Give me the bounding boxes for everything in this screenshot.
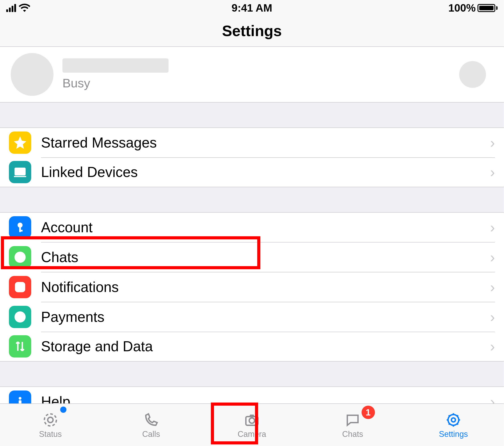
- svg-point-5: [15, 252, 25, 262]
- qr-icon[interactable]: [459, 61, 486, 88]
- tab-chats[interactable]: 1 Chats: [302, 404, 403, 446]
- svg-point-12: [44, 414, 56, 426]
- chevron-right-icon: ›: [490, 249, 495, 266]
- page-title: Settings: [0, 22, 504, 40]
- tab-calls[interactable]: Calls: [101, 404, 201, 446]
- chevron-right-icon: ›: [490, 134, 495, 151]
- key-icon: [9, 216, 31, 238]
- battery-icon: [477, 4, 498, 12]
- svg-point-10: [19, 397, 21, 399]
- tab-camera[interactable]: Camera: [201, 404, 302, 446]
- svg-text:₹: ₹: [18, 313, 22, 320]
- status-dot-icon: [60, 407, 66, 413]
- row-starred-messages[interactable]: Starred Messages›: [0, 127, 504, 157]
- laptop-icon: [9, 161, 31, 183]
- battery-pct: 100%: [448, 1, 476, 14]
- clock: 9:41 AM: [170, 1, 334, 14]
- arrows-icon: [9, 335, 31, 357]
- row-chats[interactable]: Chats›: [0, 242, 504, 272]
- chats-badge: 1: [361, 406, 375, 419]
- notification-icon: [9, 276, 31, 298]
- svg-point-7: [21, 282, 24, 286]
- profile-name-redacted: [62, 58, 168, 73]
- svg-rect-0: [15, 168, 25, 175]
- whatsapp-icon: [9, 246, 31, 268]
- chevron-right-icon: ›: [490, 219, 495, 236]
- profile-row[interactable]: Busy: [0, 47, 504, 103]
- row-storage-data[interactable]: Storage and Data›: [0, 332, 504, 361]
- signal-icon: [6, 4, 16, 12]
- chevron-right-icon: ›: [490, 338, 495, 355]
- tab-settings[interactable]: Settings: [403, 404, 504, 446]
- star-icon: [9, 131, 31, 154]
- tab-status[interactable]: Status: [0, 404, 101, 446]
- row-notifications[interactable]: Notifications›: [0, 272, 504, 302]
- profile-status: Busy: [62, 76, 459, 90]
- settings-screen: 9:41 AM 100% Settings Busy: [0, 0, 504, 446]
- wifi-icon: [19, 3, 30, 12]
- chat-bubble-icon: [342, 411, 363, 429]
- nav-bar: Settings: [0, 16, 504, 47]
- row-payments[interactable]: ₹ Payments›: [0, 302, 504, 332]
- avatar: [11, 53, 54, 96]
- gear-icon: [443, 411, 464, 429]
- row-linked-devices[interactable]: Linked Devices›: [0, 157, 504, 187]
- chevron-right-icon: ›: [490, 309, 495, 325]
- phone-icon: [141, 411, 162, 429]
- svg-point-15: [249, 418, 254, 423]
- row-account[interactable]: Account›: [0, 212, 504, 242]
- chevron-right-icon: ›: [490, 164, 495, 180]
- rupee-icon: ₹: [9, 305, 31, 328]
- svg-point-17: [451, 418, 455, 422]
- camera-icon: [242, 411, 262, 429]
- chevron-right-icon: ›: [490, 279, 495, 295]
- svg-point-13: [48, 417, 53, 423]
- svg-rect-4: [20, 230, 22, 231]
- status-bar: 9:41 AM 100%: [0, 0, 504, 16]
- tab-bar: Status Calls Camera 1 Chats Settin: [0, 403, 504, 446]
- status-icon: [40, 411, 61, 429]
